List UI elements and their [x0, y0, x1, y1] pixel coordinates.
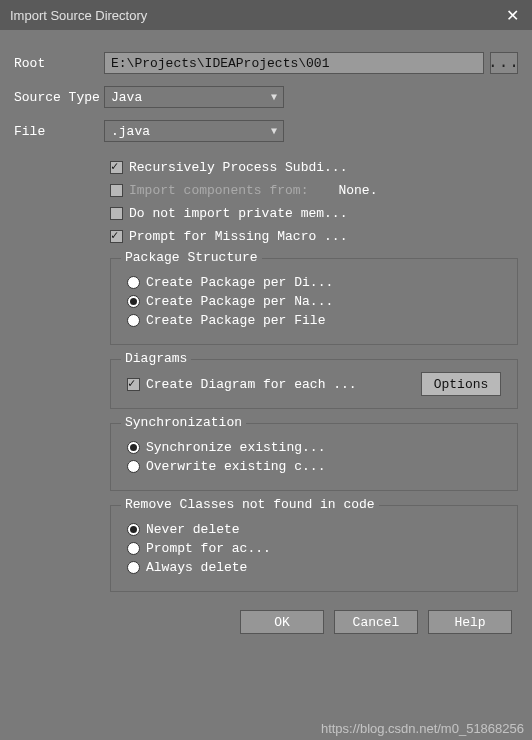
overwrite-label: Overwrite existing c...	[146, 459, 325, 474]
prompt-action-label: Prompt for ac...	[146, 541, 271, 556]
diagrams-group: Diagrams Create Diagram for each ... Opt…	[110, 359, 518, 409]
import-from-label: Import components from:	[129, 183, 308, 198]
file-row: File .java ▼	[14, 120, 518, 142]
chevron-down-icon: ▼	[271, 126, 277, 137]
sync-legend: Synchronization	[121, 415, 246, 430]
sync-group: Synchronization Synchronize existing... …	[110, 423, 518, 491]
import-from-value: None.	[338, 183, 377, 198]
package-per-file-row: Create Package per File	[127, 313, 501, 328]
overwrite-radio[interactable]	[127, 460, 140, 473]
source-type-row: Source Type Java ▼	[14, 86, 518, 108]
package-per-file-label: Create Package per File	[146, 313, 325, 328]
package-legend: Package Structure	[121, 250, 262, 265]
import-from-row: Import components from: None.	[110, 183, 518, 198]
help-button[interactable]: Help	[428, 610, 512, 634]
watermark: https://blog.csdn.net/m0_51868256	[321, 721, 524, 736]
recurse-label: Recursively Process Subdi...	[129, 160, 347, 175]
root-input[interactable]	[104, 52, 484, 74]
options-area: Recursively Process Subdi... Import comp…	[110, 160, 518, 592]
root-row: Root ...	[14, 52, 518, 74]
close-icon[interactable]: ✕	[502, 6, 522, 25]
create-diagram-label: Create Diagram for each ...	[146, 377, 357, 392]
source-type-dropdown[interactable]: Java ▼	[104, 86, 284, 108]
no-private-label: Do not import private mem...	[129, 206, 347, 221]
package-per-dir-row: Create Package per Di...	[127, 275, 501, 290]
overwrite-row: Overwrite existing c...	[127, 459, 501, 474]
always-delete-radio[interactable]	[127, 561, 140, 574]
diagrams-legend: Diagrams	[121, 351, 191, 366]
prompt-action-row: Prompt for ac...	[127, 541, 501, 556]
diagram-options-button[interactable]: Options	[421, 372, 501, 396]
dialog-title: Import Source Directory	[10, 8, 147, 23]
prompt-macro-checkbox[interactable]	[110, 230, 123, 243]
package-structure-group: Package Structure Create Package per Di.…	[110, 258, 518, 345]
prompt-action-radio[interactable]	[127, 542, 140, 555]
no-private-row: Do not import private mem...	[110, 206, 518, 221]
remove-group: Remove Classes not found in code Never d…	[110, 505, 518, 592]
file-dropdown[interactable]: .java ▼	[104, 120, 284, 142]
diagram-row: Create Diagram for each ... Options	[127, 372, 501, 396]
sync-existing-row: Synchronize existing...	[127, 440, 501, 455]
prompt-macro-row: Prompt for Missing Macro ...	[110, 229, 518, 244]
package-per-name-radio[interactable]	[127, 295, 140, 308]
cancel-button[interactable]: Cancel	[334, 610, 418, 634]
chevron-down-icon: ▼	[271, 92, 277, 103]
always-delete-label: Always delete	[146, 560, 247, 575]
no-private-checkbox[interactable]	[110, 207, 123, 220]
dialog-content: Root ... Source Type Java ▼ File .java ▼…	[0, 30, 532, 644]
remove-legend: Remove Classes not found in code	[121, 497, 379, 512]
package-per-file-radio[interactable]	[127, 314, 140, 327]
package-per-dir-label: Create Package per Di...	[146, 275, 333, 290]
titlebar: Import Source Directory ✕	[0, 0, 532, 30]
never-delete-radio[interactable]	[127, 523, 140, 536]
source-type-label: Source Type	[14, 90, 104, 105]
always-delete-row: Always delete	[127, 560, 501, 575]
never-delete-row: Never delete	[127, 522, 501, 537]
ok-button[interactable]: OK	[240, 610, 324, 634]
create-diagram-checkbox[interactable]	[127, 378, 140, 391]
sync-existing-radio[interactable]	[127, 441, 140, 454]
file-value: .java	[111, 124, 150, 139]
root-label: Root	[14, 56, 104, 71]
button-row: OK Cancel Help	[14, 610, 518, 634]
package-per-name-label: Create Package per Na...	[146, 294, 333, 309]
browse-button[interactable]: ...	[490, 52, 518, 74]
sync-existing-label: Synchronize existing...	[146, 440, 325, 455]
recurse-row: Recursively Process Subdi...	[110, 160, 518, 175]
package-per-dir-radio[interactable]	[127, 276, 140, 289]
prompt-macro-label: Prompt for Missing Macro ...	[129, 229, 347, 244]
package-per-name-row: Create Package per Na...	[127, 294, 501, 309]
import-from-checkbox[interactable]	[110, 184, 123, 197]
recurse-checkbox[interactable]	[110, 161, 123, 174]
never-delete-label: Never delete	[146, 522, 240, 537]
source-type-value: Java	[111, 90, 142, 105]
file-label: File	[14, 124, 104, 139]
